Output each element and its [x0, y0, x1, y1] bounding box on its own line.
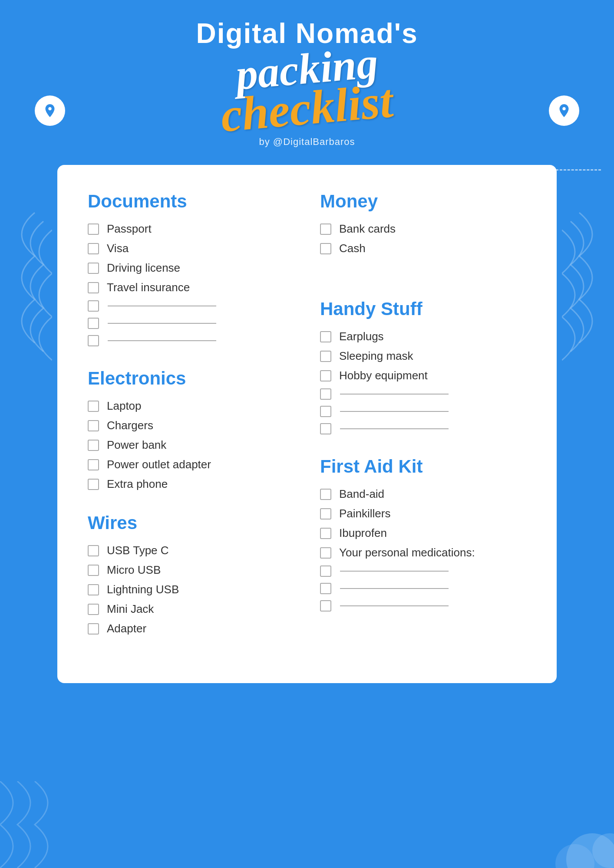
list-item-blank: [320, 423, 526, 434]
checkbox[interactable]: [320, 600, 331, 612]
item-label: Lightning USB: [107, 583, 179, 596]
first-aid-list: Band-aid Painkillers Ibuprofen Your: [320, 487, 526, 612]
checkbox[interactable]: [88, 459, 99, 470]
checkbox[interactable]: [88, 584, 99, 595]
checkbox[interactable]: [88, 623, 99, 635]
list-item: Your personal medications:: [320, 546, 526, 559]
checkbox[interactable]: [320, 489, 331, 500]
list-item: Adapter: [88, 622, 294, 635]
list-item: Passport: [88, 222, 294, 236]
checkbox[interactable]: [88, 318, 99, 329]
subtitle: by @DigitalBarbaros: [259, 136, 355, 148]
money-section: Money Bank cards Cash: [320, 191, 526, 255]
checkbox[interactable]: [320, 423, 331, 434]
item-label: Power bank: [107, 438, 166, 452]
blank-line: [108, 323, 216, 324]
list-item: Ibuprofen: [320, 526, 526, 540]
blank-line: [108, 306, 216, 306]
money-title: Money: [320, 191, 526, 212]
wires-title: Wires: [88, 513, 294, 533]
documents-list: Passport Visa Driving license Trave: [88, 222, 294, 346]
blank-line: [340, 588, 449, 589]
list-item: Lightning USB: [88, 583, 294, 596]
list-item: Micro USB: [88, 563, 294, 577]
item-label: Adapter: [107, 622, 146, 635]
checkbox[interactable]: [320, 370, 331, 381]
checkbox[interactable]: [88, 282, 99, 293]
item-label: Chargers: [107, 419, 153, 432]
checkbox[interactable]: [320, 388, 331, 400]
blank-line: [340, 428, 449, 429]
right-column: Money Bank cards Cash Handy St: [320, 191, 526, 657]
checkbox[interactable]: [320, 528, 331, 539]
checkbox[interactable]: [320, 547, 331, 559]
location-icon-left: [35, 95, 65, 126]
checkbox[interactable]: [88, 440, 99, 451]
checkbox[interactable]: [88, 243, 99, 254]
list-item: Earplugs: [320, 330, 526, 343]
item-label: Visa: [107, 242, 129, 255]
list-item: Laptop: [88, 399, 294, 413]
checkbox[interactable]: [320, 224, 331, 235]
checkbox[interactable]: [88, 300, 99, 312]
list-item-blank: [320, 600, 526, 612]
blank-line: [340, 394, 449, 395]
left-column: Documents Passport Visa Driving licen: [88, 191, 294, 657]
bottom-wave-left: [0, 781, 109, 868]
checkbox[interactable]: [320, 566, 331, 577]
checkbox[interactable]: [88, 545, 99, 556]
blank-line: [340, 571, 449, 572]
checkbox[interactable]: [88, 263, 99, 274]
list-item: Band-aid: [320, 487, 526, 501]
list-item: Travel insurance: [88, 281, 294, 294]
electronics-title: Electronics: [88, 368, 294, 389]
checkbox[interactable]: [320, 583, 331, 594]
blank-line: [108, 340, 216, 341]
handy-stuff-list: Earplugs Sleeping mask Hobby equipment: [320, 330, 526, 434]
list-item: Sleeping mask: [320, 349, 526, 363]
money-list: Bank cards Cash: [320, 222, 526, 255]
checkbox[interactable]: [88, 604, 99, 615]
checkbox[interactable]: [88, 224, 99, 235]
electronics-section: Electronics Laptop Chargers Power ban: [88, 368, 294, 491]
list-item-blank: [320, 566, 526, 577]
blank-line: [340, 605, 449, 606]
checkbox[interactable]: [320, 243, 331, 254]
list-item: Extra phone: [88, 477, 294, 491]
columns-layout: Documents Passport Visa Driving licen: [88, 191, 526, 657]
item-label: Travel insurance: [107, 281, 190, 294]
list-item-blank: [88, 300, 294, 312]
checkbox[interactable]: [88, 335, 99, 346]
list-item-blank: [320, 583, 526, 594]
item-label: Hobby equipment: [339, 369, 428, 382]
wave-decoration-right: [562, 208, 614, 382]
location-icon-right: [549, 95, 579, 126]
checkbox[interactable]: [88, 479, 99, 490]
wires-section: Wires USB Type C Micro USB Lightning: [88, 513, 294, 635]
item-label: Cash: [339, 242, 366, 255]
list-item: Driving license: [88, 261, 294, 275]
checkbox[interactable]: [320, 406, 331, 417]
item-label: Ibuprofen: [339, 526, 387, 540]
checkbox[interactable]: [320, 508, 331, 519]
checkbox[interactable]: [88, 420, 99, 431]
checkbox[interactable]: [320, 351, 331, 362]
list-item: Mini Jack: [88, 602, 294, 616]
item-label: Passport: [107, 222, 152, 236]
list-item: Power outlet adapter: [88, 458, 294, 471]
bottom-wave-right: [505, 781, 614, 868]
list-item: Painkillers: [320, 507, 526, 520]
documents-title: Documents: [88, 191, 294, 212]
wires-list: USB Type C Micro USB Lightning USB: [88, 544, 294, 635]
item-label: Mini Jack: [107, 602, 154, 616]
content-card: Documents Passport Visa Driving licen: [57, 165, 557, 683]
item-label: Driving license: [107, 261, 180, 275]
item-label: Sleeping mask: [339, 349, 413, 363]
item-label: Power outlet adapter: [107, 458, 211, 471]
checkbox[interactable]: [88, 565, 99, 576]
list-item: Bank cards: [320, 222, 526, 236]
checkbox[interactable]: [320, 331, 331, 342]
checkbox[interactable]: [88, 401, 99, 412]
page-wrapper: Digital Nomad's packing checklist by @Di…: [0, 0, 614, 868]
item-label: Your personal medications:: [339, 546, 475, 559]
